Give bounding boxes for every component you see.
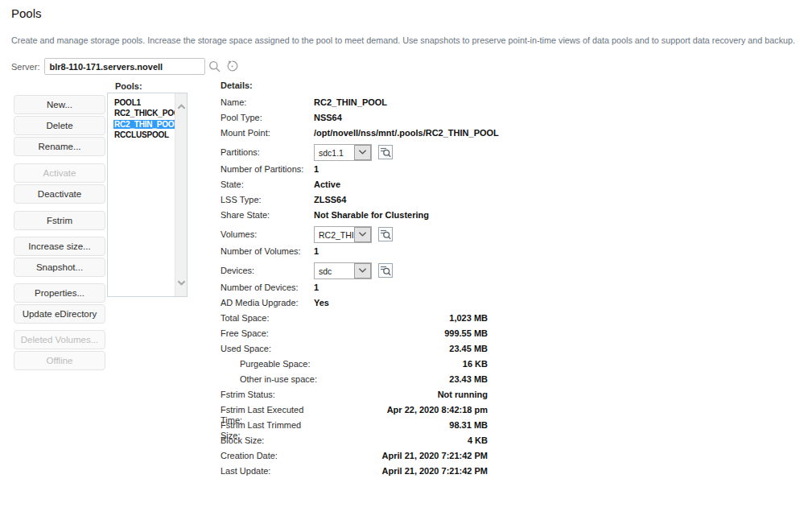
detail-label: Number of Partitions: xyxy=(221,164,314,175)
detail-row-other-in-use-space: Other in-use space:23.43 MB xyxy=(221,373,488,388)
partitions-control: sdc1.1 xyxy=(314,144,393,161)
detail-value: 1 xyxy=(314,283,319,293)
volumes-browse-button[interactable] xyxy=(378,227,393,241)
detail-value: 98.31 MB xyxy=(314,420,488,431)
detail-label: LSS Type: xyxy=(221,195,314,205)
detail-row-partitions: Partitions:sdc1.1 xyxy=(221,142,488,163)
devices-select[interactable]: sdc xyxy=(314,262,372,279)
detail-value: Not Sharable for Clustering xyxy=(314,210,429,221)
action-button-deleted-volumes: Deleted Volumes... xyxy=(14,330,105,349)
details-panel: Details: Name:RC2_THIN_POOLPool Type:NSS… xyxy=(221,80,488,480)
detail-value: 1 xyxy=(314,246,319,257)
pool-list-item-rccluspool[interactable]: RCCLUSPOOL xyxy=(113,129,175,139)
devices-selected-value: sdc xyxy=(315,263,354,279)
action-button-update-edirectory[interactable]: Update eDirectory xyxy=(14,304,105,324)
detail-value: ZLSS64 xyxy=(314,195,346,205)
detail-value: 23.43 MB xyxy=(333,374,488,385)
volumes-select[interactable]: RC2_THI xyxy=(314,226,372,243)
detail-value: 4 KB xyxy=(314,435,488,446)
detail-label: Used Space: xyxy=(221,344,314,354)
action-button-rename[interactable]: Rename... xyxy=(14,137,105,156)
detail-label: Last Update: xyxy=(221,466,314,477)
detail-value: Active xyxy=(314,179,340,190)
action-button-deactivate[interactable]: Deactivate xyxy=(14,184,105,204)
detail-row-lss-type: LSS Type:ZLSS64 xyxy=(221,193,488,208)
devices-control: sdc xyxy=(314,262,393,279)
detail-label: Fstrim Status: xyxy=(221,390,314,400)
devices-browse-button[interactable] xyxy=(378,263,393,278)
detail-value: NSS64 xyxy=(314,113,342,123)
detail-row-fstrim-last-trimmed-size: Fstrim Last Trimmed Size:98.31 MB xyxy=(221,419,488,434)
pool-item-label: RC2_THICK_POOL xyxy=(113,109,175,118)
detail-label: Share State: xyxy=(221,210,314,221)
detail-value: 16 KB xyxy=(333,359,488,369)
page-title: Pools xyxy=(11,6,42,20)
scroll-up-icon[interactable] xyxy=(175,101,188,113)
detail-label: Pool Type: xyxy=(221,113,314,123)
detail-row-purgeable-space: Purgeable Space:16 KB xyxy=(221,357,488,373)
action-button-new[interactable]: New... xyxy=(14,95,105,114)
detail-value: Yes xyxy=(314,298,329,308)
detail-value: Not running xyxy=(314,390,488,400)
detail-row-share-state: Share State:Not Sharable for Clustering xyxy=(221,208,488,224)
detail-value: April 21, 2020 7:21:42 PM xyxy=(314,451,488,461)
detail-row-name: Name:RC2_THIN_POOL xyxy=(221,96,488,111)
detail-value: April 21, 2020 7:21:42 PM xyxy=(314,466,488,477)
history-icon[interactable] xyxy=(225,60,239,74)
page-description: Create and manage storage pools. Increas… xyxy=(11,35,808,45)
detail-row-used-space: Used Space:23.45 MB xyxy=(221,342,488,357)
detail-label: Total Space: xyxy=(221,313,314,324)
chevron-down-icon[interactable] xyxy=(354,145,371,160)
detail-value: 1 xyxy=(314,164,319,175)
pools-page: Pools Create and manage storage pools. I… xyxy=(0,0,812,524)
action-button-delete[interactable]: Delete xyxy=(14,116,105,135)
search-icon[interactable] xyxy=(208,60,222,74)
chevron-down-icon[interactable] xyxy=(354,227,371,242)
detail-label: Number of Volumes: xyxy=(221,246,314,257)
detail-row-total-space: Total Space:1,023 MB xyxy=(221,312,488,327)
detail-row-volumes: Volumes:RC2_THI xyxy=(221,224,488,245)
detail-row-number-of-volumes: Number of Volumes:1 xyxy=(221,245,488,260)
detail-label: AD Media Upgrade: xyxy=(221,298,314,308)
pool-item-label: POOL1 xyxy=(113,98,142,107)
action-button-increase-size[interactable]: Increase size... xyxy=(14,237,105,256)
pool-list-item-pool1[interactable]: POOL1 xyxy=(113,97,175,107)
volumes-control: RC2_THI xyxy=(314,226,393,243)
partitions-selected-value: sdc1.1 xyxy=(315,145,354,160)
detail-row-mount-point: Mount Point:/opt/novell/nss/mnt/.pools/R… xyxy=(221,126,488,142)
detail-row-block-size: Block Size:4 KB xyxy=(221,434,488,449)
detail-label: Purgeable Space: xyxy=(221,359,333,369)
action-button-properties[interactable]: Properties... xyxy=(14,283,105,303)
pool-item-label: RC2_THIN_POOL xyxy=(113,120,175,129)
detail-row-fstrim-last-executed-time: Fstrim Last Executed Time:Apr 22, 2020 8… xyxy=(221,403,488,419)
pool-item-label: RCCLUSPOOL xyxy=(113,130,170,139)
pools-list-label: Pools: xyxy=(115,81,142,91)
action-button-activate: Activate xyxy=(14,163,105,183)
detail-row-last-update: Last Update:April 21, 2020 7:21:42 PM xyxy=(221,464,488,480)
detail-label: Volumes: xyxy=(221,229,314,240)
pools-list-scrollbar[interactable] xyxy=(175,93,187,296)
details-rows: Name:RC2_THIN_POOLPool Type:NSS64Mount P… xyxy=(221,96,488,480)
server-input[interactable] xyxy=(44,58,205,75)
detail-value: 23.45 MB xyxy=(314,344,488,354)
detail-label: Free Space: xyxy=(221,328,314,339)
chevron-down-icon[interactable] xyxy=(354,263,371,279)
scroll-down-icon[interactable] xyxy=(175,277,188,288)
detail-row-fstrim-status: Fstrim Status:Not running xyxy=(221,388,488,403)
partitions-select[interactable]: sdc1.1 xyxy=(314,144,372,161)
detail-label: Creation Date: xyxy=(221,451,314,461)
action-button-fstrim[interactable]: Fstrim xyxy=(14,211,105,230)
action-button-offline: Offline xyxy=(14,351,105,370)
server-label: Server: xyxy=(11,62,39,72)
detail-row-number-of-devices: Number of Devices:1 xyxy=(221,281,488,296)
details-header: Details: xyxy=(221,80,488,96)
detail-row-devices: Devices:sdc xyxy=(221,260,488,281)
partitions-browse-button[interactable] xyxy=(378,145,393,159)
pools-listbox[interactable]: POOL1RC2_THICK_POOLRC2_THIN_POOLRCCLUSPO… xyxy=(107,93,188,297)
detail-row-number-of-partitions: Number of Partitions:1 xyxy=(221,163,488,178)
pool-list-item-rc2-thin-pool[interactable]: RC2_THIN_POOL xyxy=(113,118,175,129)
pool-list-item-rc2-thick-pool[interactable]: RC2_THICK_POOL xyxy=(113,107,175,118)
detail-label: Mount Point: xyxy=(221,128,314,138)
action-button-snapshot[interactable]: Snapshot... xyxy=(14,258,105,277)
detail-value: RC2_THIN_POOL xyxy=(314,97,387,108)
